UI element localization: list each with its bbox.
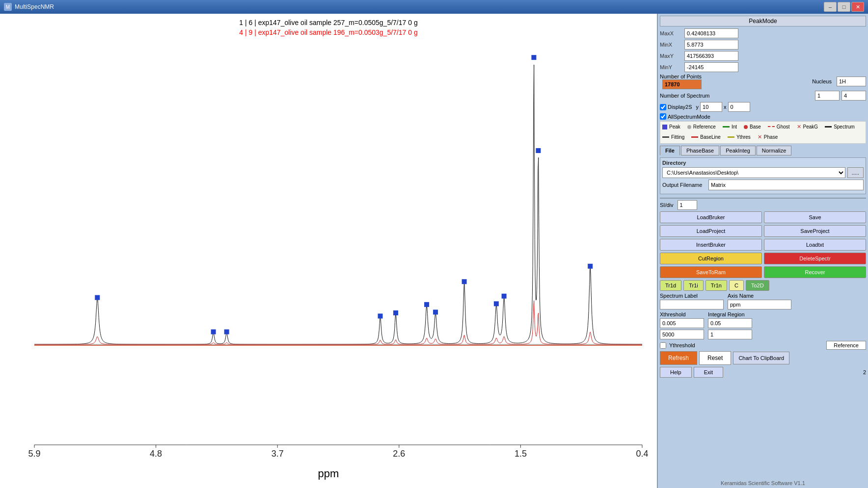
minX-row: MinX (660, 40, 866, 50)
maxY-input[interactable] (684, 51, 738, 61)
chart-to-clipboard-button[interactable]: Chart To ClipBoard (733, 352, 789, 364)
legend-reference: Reference (687, 124, 716, 130)
xthreshold-input[interactable] (660, 318, 704, 328)
chart-title-1: 1 | 6 | exp147_olive oil sample 257_m=0.… (5, 19, 652, 26)
help-button[interactable]: Help (660, 367, 692, 378)
phase-color-icon: ✕ (758, 134, 762, 140)
ythreshold-checkbox[interactable] (660, 342, 666, 349)
legend-int-label: Int (732, 124, 737, 129)
axis-name-header: Axis Name (728, 293, 791, 299)
reference-button[interactable]: Reference (826, 341, 866, 350)
tab-peakinteg[interactable]: PeakInteg (720, 146, 756, 155)
num-spectrum-input-1[interactable] (815, 91, 840, 101)
cut-region-button[interactable]: CutRegion (660, 253, 762, 264)
output-filename-label: Output Filename (662, 182, 706, 188)
peak-mode-bar: PeakMode (660, 16, 866, 26)
maxY-label: MaxY (660, 53, 684, 59)
display2s-checkbox-label[interactable]: Display2S (660, 104, 692, 110)
main-container: 1 | 6 | exp147_olive oil sample 257_m=0.… (0, 14, 868, 488)
num-points-input[interactable] (662, 79, 702, 89)
ythreshold-label: Ythreshold (669, 342, 695, 348)
legend-spectrum-label: Spectrum (834, 124, 855, 129)
chart-canvas-container[interactable] (5, 38, 652, 464)
minY-label: MinY (660, 64, 684, 70)
minX-input[interactable] (684, 40, 738, 50)
x-input[interactable] (728, 102, 750, 112)
spectrum-color-icon (825, 126, 832, 128)
legend-reference-label: Reference (693, 124, 716, 129)
num-spectrum-row: Number of Spectrum (660, 91, 866, 101)
display2s-checkbox[interactable] (660, 104, 666, 110)
directory-browse-button[interactable]: ..... (847, 167, 864, 178)
tr1d-button[interactable]: Tr1d (660, 280, 681, 291)
maximize-button[interactable]: □ (838, 2, 850, 12)
to2d-button[interactable]: To2D (746, 280, 769, 291)
tab-file[interactable]: File (660, 146, 680, 155)
app-icon: M (4, 3, 12, 11)
insert-bruker-button[interactable]: InsertBruker (660, 239, 762, 251)
directory-section: Directory C:\Users\Anastasios\Desktop\ .… (660, 157, 866, 194)
num-spectrum-input-2[interactable] (841, 91, 866, 101)
ghost-color-icon (768, 126, 775, 128)
legend-ghost: Ghost (768, 124, 790, 130)
all-spectrum-checkbox-label[interactable]: AllSpectrumMode (660, 113, 710, 120)
load-project-button[interactable]: LoadProject (660, 225, 762, 237)
spectrum-label-col: Spectrum Label (660, 293, 724, 309)
load-bruker-button[interactable]: LoadBruker (660, 211, 762, 223)
fitting-color-icon (662, 136, 669, 138)
ythreshold-val-input[interactable] (660, 330, 704, 339)
legend-peak: Peak (662, 124, 680, 130)
spectrum-canvas[interactable] (5, 38, 652, 464)
sidiv-input[interactable] (678, 200, 697, 210)
integral-region-label: Integral Region (708, 311, 747, 317)
maxY-row: MaxY (660, 51, 866, 61)
recover-button[interactable]: Recover (764, 266, 866, 278)
spectrum-label-input[interactable] (660, 300, 724, 309)
reference-color-icon (687, 125, 691, 129)
tab-normalize[interactable]: Normalize (757, 146, 792, 155)
directory-dropdown[interactable]: C:\Users\Anastasios\Desktop\ (662, 167, 845, 178)
peak-color-icon (662, 125, 667, 129)
save-button[interactable]: Save (764, 211, 866, 223)
legend-peak-label: Peak (669, 124, 680, 129)
refresh-button[interactable]: Refresh (660, 351, 697, 365)
xy-inputs: y x (696, 102, 750, 112)
help-exit-row: Help Exit 2 (660, 367, 866, 378)
c-button[interactable]: C (729, 280, 744, 291)
tr1n-button[interactable]: Tr1n (705, 280, 727, 291)
integral-region-input[interactable] (708, 318, 752, 328)
num-spectrum-label: Number of Spectrum (660, 93, 709, 99)
exit-button[interactable]: Exit (694, 367, 723, 378)
directory-title: Directory (662, 160, 864, 166)
minY-input[interactable] (684, 62, 738, 72)
axis-name-input[interactable] (728, 300, 791, 309)
footer-text: Keramidas Scientific Software V1.1 (660, 478, 866, 486)
num-spectrum-inputs (815, 91, 866, 101)
minimize-button[interactable]: – (824, 2, 837, 12)
delete-spectr-button[interactable]: DeleteSpectr (764, 253, 866, 264)
num-points-label: Number of Points (660, 74, 702, 79)
save-to-ram-button[interactable]: SaveToRam (660, 266, 762, 278)
nucleus-input[interactable] (837, 77, 866, 86)
peakG-color-icon: ✕ (797, 124, 801, 130)
axis-name-col: Axis Name (728, 293, 791, 309)
maxX-input[interactable] (684, 28, 738, 38)
legend-spectrum: Spectrum (825, 124, 855, 130)
output-filename-input[interactable] (708, 180, 864, 190)
y-input[interactable] (700, 102, 722, 112)
tab-phasebase[interactable]: PhaseBase (681, 146, 719, 155)
maxX-label: MaxX (660, 30, 684, 36)
save-project-button[interactable]: SaveProject (764, 225, 866, 237)
all-spectrum-checkbox[interactable] (660, 113, 666, 120)
legend-area: Peak Reference Int Base Ghost (660, 121, 866, 144)
legend-fitting: Fitting (662, 134, 684, 140)
integral-region-val2-input[interactable] (708, 330, 752, 339)
tr1i-button[interactable]: Tr1i (683, 280, 704, 291)
legend-ghost-label: Ghost (777, 124, 790, 129)
legend-int: Int (723, 124, 737, 130)
spectrum-label-header: Spectrum Label (660, 293, 724, 299)
reset-button[interactable]: Reset (699, 351, 731, 365)
buttons-grid: LoadBruker Save LoadProject SaveProject … (660, 211, 866, 278)
close-button[interactable]: ✕ (851, 2, 864, 12)
loadtxt-button[interactable]: Loadtxt (764, 239, 866, 251)
